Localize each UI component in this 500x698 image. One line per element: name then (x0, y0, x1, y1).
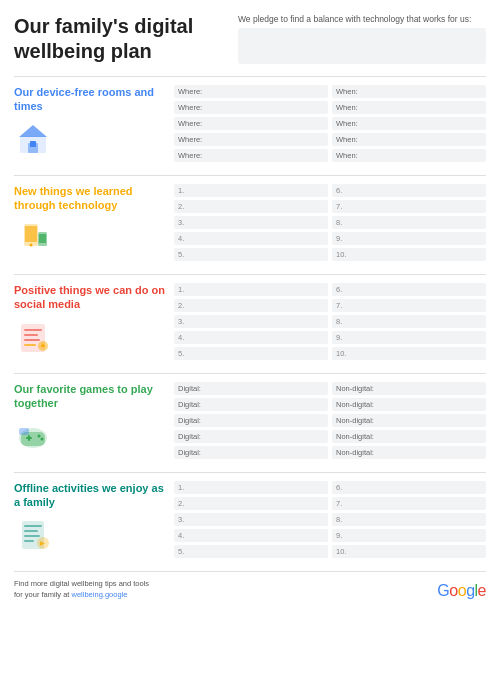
offline-icon (14, 515, 52, 553)
num-label-right: 9. (336, 531, 342, 540)
games-icon (14, 416, 52, 454)
section-left-offline: Offline activities we enjoy as a family (14, 481, 174, 553)
g-blue2: g (466, 582, 474, 600)
num-cell-right[interactable]: 10. (332, 347, 486, 360)
section-title-social: Positive things we can do on social medi… (14, 283, 166, 312)
input-field-where[interactable]: Where: (174, 85, 328, 98)
input-row: Digital:Non-digital: (174, 446, 486, 459)
input-field-when[interactable]: Non-digital: (332, 446, 486, 459)
num-cell-left[interactable]: 3. (174, 315, 328, 328)
svg-rect-25 (24, 525, 42, 527)
input-field-when[interactable]: Non-digital: (332, 382, 486, 395)
num-cell-right[interactable]: 7. (332, 299, 486, 312)
num-cell-left[interactable]: 2. (174, 497, 328, 510)
num-cell-left[interactable]: 2. (174, 200, 328, 213)
num-row: 2.7. (174, 200, 486, 213)
input-field-where[interactable]: Digital: (174, 446, 328, 459)
section-device-free: Our device-free rooms and times Where:Wh… (14, 76, 486, 165)
input-row: Digital:Non-digital: (174, 382, 486, 395)
input-field-when[interactable]: Non-digital: (332, 430, 486, 443)
num-label-right: 8. (336, 218, 342, 227)
input-field-where[interactable]: Digital: (174, 430, 328, 443)
input-field-when[interactable]: When: (332, 133, 486, 146)
num-cell-right[interactable]: 8. (332, 513, 486, 526)
num-row: 4.9. (174, 232, 486, 245)
g-red2: e (478, 582, 486, 600)
svg-point-21 (38, 434, 41, 437)
num-cell-left[interactable]: 2. (174, 299, 328, 312)
num-cell-right[interactable]: 6. (332, 184, 486, 197)
num-cell-left[interactable]: 3. (174, 216, 328, 229)
num-label-left: 4. (178, 234, 184, 243)
num-label-right: 7. (336, 202, 342, 211)
input-field-where[interactable]: Where: (174, 117, 328, 130)
header: Our family's digital wellbeing plan We p… (14, 14, 486, 64)
where-label: Where: (178, 103, 202, 112)
num-cell-right[interactable]: 6. (332, 283, 486, 296)
svg-rect-28 (24, 540, 34, 542)
input-field-where[interactable]: Where: (174, 149, 328, 162)
svg-rect-5 (25, 226, 37, 242)
num-label-right: 6. (336, 285, 342, 294)
svg-rect-26 (24, 530, 38, 532)
num-cell-left[interactable]: 1. (174, 481, 328, 494)
input-field-when[interactable]: Non-digital: (332, 414, 486, 427)
num-row: 4.9. (174, 331, 486, 344)
num-cell-right[interactable]: 9. (332, 331, 486, 344)
input-field-where[interactable]: Digital: (174, 382, 328, 395)
num-cell-right[interactable]: 9. (332, 232, 486, 245)
input-field-when[interactable]: When: (332, 117, 486, 130)
num-cell-left[interactable]: 5. (174, 248, 328, 261)
num-cell-right[interactable]: 10. (332, 248, 486, 261)
num-cell-left[interactable]: 4. (174, 529, 328, 542)
sections-container: Our device-free rooms and times Where:Wh… (14, 76, 486, 561)
input-field-when[interactable]: When: (332, 149, 486, 162)
section-learned: New things we learned through technology… (14, 175, 486, 264)
input-field-where[interactable]: Digital: (174, 414, 328, 427)
section-title-games: Our favorite games to play together (14, 382, 166, 411)
input-field-when[interactable]: Non-digital: (332, 398, 486, 411)
svg-rect-23 (19, 428, 29, 435)
g-red: o (449, 582, 457, 600)
num-cell-left[interactable]: 1. (174, 184, 328, 197)
num-cell-right[interactable]: 10. (332, 545, 486, 558)
section-offline: Offline activities we enjoy as a family … (14, 472, 486, 561)
pledge-section: We pledge to find a balance with technol… (238, 14, 486, 64)
num-cell-left[interactable]: 3. (174, 513, 328, 526)
num-cell-left[interactable]: 1. (174, 283, 328, 296)
section-title-offline: Offline activities we enjoy as a family (14, 481, 166, 510)
num-cell-left[interactable]: 5. (174, 347, 328, 360)
num-cell-right[interactable]: 8. (332, 315, 486, 328)
footer-text: Find more digital wellbeing tips and too… (14, 579, 149, 600)
num-cell-right[interactable]: 9. (332, 529, 486, 542)
input-field-where[interactable]: Where: (174, 101, 328, 114)
num-cell-right[interactable]: 8. (332, 216, 486, 229)
section-title-learned: New things we learned through technology (14, 184, 166, 213)
num-cell-left[interactable]: 4. (174, 331, 328, 344)
house-icon (14, 119, 52, 157)
svg-rect-12 (24, 339, 40, 341)
num-cell-right[interactable]: 7. (332, 200, 486, 213)
input-field-when[interactable]: When: (332, 85, 486, 98)
num-label-left: 4. (178, 333, 184, 342)
footer-link[interactable]: wellbeing.google (72, 590, 128, 599)
num-cell-right[interactable]: 7. (332, 497, 486, 510)
input-field-where[interactable]: Where: (174, 133, 328, 146)
when-label: Non-digital: (336, 400, 374, 409)
input-field-where[interactable]: Digital: (174, 398, 328, 411)
section-right-games: Digital:Non-digital:Digital:Non-digital:… (174, 382, 486, 462)
when-label: When: (336, 119, 358, 128)
num-row: 1.6. (174, 481, 486, 494)
num-row: 5.10. (174, 545, 486, 558)
section-title-device-free: Our device-free rooms and times (14, 85, 166, 114)
pledge-box[interactable] (238, 28, 486, 64)
page: Our family's digital wellbeing plan We p… (0, 0, 500, 610)
num-cell-left[interactable]: 5. (174, 545, 328, 558)
input-field-when[interactable]: When: (332, 101, 486, 114)
num-label-left: 2. (178, 499, 184, 508)
num-cell-left[interactable]: 4. (174, 232, 328, 245)
num-cell-right[interactable]: 6. (332, 481, 486, 494)
num-row: 3.8. (174, 216, 486, 229)
num-row: 3.8. (174, 513, 486, 526)
num-row: 5.10. (174, 248, 486, 261)
